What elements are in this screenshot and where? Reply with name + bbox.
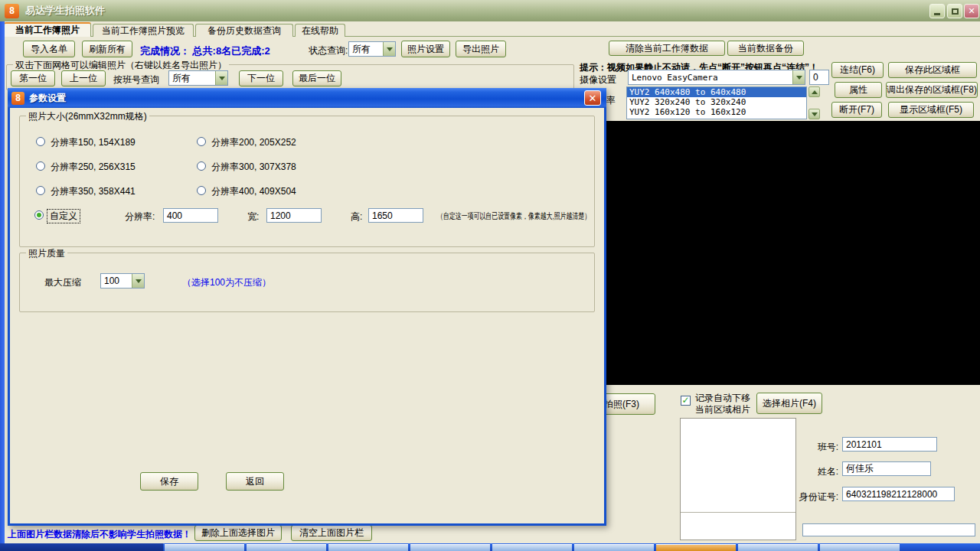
taskbar-button[interactable] bbox=[410, 544, 490, 551]
recall-region-button[interactable]: 调出保存的区域框(F8) bbox=[886, 82, 978, 98]
clear-workbook-data-button[interactable]: 清除当前工作簿数据 bbox=[609, 41, 725, 56]
dialog-title: 参数设置 bbox=[29, 92, 66, 105]
tab-online-help[interactable]: 在线帮助 bbox=[295, 24, 345, 37]
max-compress-label: 最大压缩 bbox=[44, 276, 81, 289]
taskbar-button[interactable] bbox=[247, 544, 326, 551]
disconnect-button[interactable]: 断开(F7) bbox=[831, 102, 882, 118]
tab-current-workbook-photos[interactable]: 当前工作簿照片 bbox=[4, 22, 91, 37]
auto-move-checkbox[interactable]: ✓ bbox=[681, 396, 691, 406]
compress-note: （选择100为不压缩） bbox=[182, 276, 271, 289]
class-query-label: 按班号查询 bbox=[113, 73, 159, 86]
taskbar-button[interactable] bbox=[165, 544, 244, 551]
taskbar-button[interactable] bbox=[328, 544, 408, 551]
camera-video-area bbox=[605, 121, 980, 385]
minimize-icon bbox=[934, 13, 940, 15]
student-name-label: 姓名: bbox=[796, 465, 838, 478]
class-query-dropdown[interactable]: 所有 bbox=[168, 70, 228, 86]
radio-res250-label: 分辨率250, 256X315 bbox=[51, 161, 136, 174]
last-record-button[interactable]: 最后一位 bbox=[292, 70, 341, 86]
status-query-value: 所有 bbox=[349, 43, 383, 56]
camera-device-value: Lenovo EasyCamera bbox=[629, 73, 792, 83]
scroll-down-button[interactable] bbox=[808, 109, 820, 119]
format-list-item[interactable]: YUY2 160x120 to 160x120 bbox=[627, 107, 806, 117]
chevron-down-icon[interactable] bbox=[132, 274, 144, 288]
chevron-down-icon[interactable] bbox=[383, 42, 395, 56]
dialog-titlebar: 8 参数设置 bbox=[8, 88, 606, 108]
camera-format-listbox: YUY2 640x480 to 640x480 YUY2 320x240 to … bbox=[626, 86, 807, 119]
class-number-field[interactable]: 2012101 bbox=[842, 437, 937, 452]
show-region-button[interactable]: 显示区域框(F5) bbox=[888, 102, 974, 118]
select-photo-button[interactable]: 选择相片(F4) bbox=[756, 393, 822, 414]
chevron-down-icon[interactable] bbox=[792, 70, 805, 84]
tab-backup-history-query[interactable]: 备份历史数据查询 bbox=[195, 24, 293, 37]
student-name-field[interactable]: 何佳乐 bbox=[842, 461, 931, 476]
next-record-button[interactable]: 下一位 bbox=[239, 70, 283, 86]
radio-res150[interactable] bbox=[36, 137, 45, 146]
photo-list-panel[interactable] bbox=[680, 418, 796, 540]
taskbar bbox=[0, 543, 980, 551]
radio-res300[interactable] bbox=[197, 161, 206, 171]
radio-res350[interactable] bbox=[36, 186, 45, 195]
custom-width-label: 宽: bbox=[247, 210, 259, 223]
tab-workbook-photo-preview[interactable]: 当前工作簿照片预览 bbox=[93, 24, 194, 37]
start-button-area[interactable] bbox=[0, 543, 163, 551]
radio-custom[interactable] bbox=[34, 210, 44, 220]
extra-field[interactable] bbox=[802, 523, 975, 536]
camera-device-dropdown[interactable]: Lenovo EasyCamera bbox=[628, 70, 805, 85]
taskbar-button[interactable] bbox=[574, 544, 654, 551]
photo-settings-button[interactable]: 照片设置 bbox=[401, 41, 450, 57]
arrow-down-icon bbox=[812, 112, 818, 116]
backup-current-data-button[interactable]: 当前数据备份 bbox=[727, 41, 804, 56]
class-query-value: 所有 bbox=[169, 72, 215, 85]
maximize-button[interactable] bbox=[947, 4, 962, 18]
close-button[interactable]: ✕ bbox=[964, 4, 979, 18]
camera-counter-field[interactable]: 0 bbox=[809, 70, 829, 85]
left-edge-strip bbox=[0, 21, 5, 543]
taskbar-button-active[interactable] bbox=[656, 544, 736, 551]
custom-width-field[interactable]: 1200 bbox=[266, 208, 322, 223]
class-number-label: 班号: bbox=[796, 441, 838, 454]
refresh-all-button[interactable]: 刷新所有 bbox=[82, 41, 132, 57]
arrow-up-icon bbox=[812, 90, 818, 94]
radio-res200[interactable] bbox=[197, 137, 206, 146]
import-list-button[interactable]: 导入名单 bbox=[23, 41, 75, 57]
clear-image-bar-button[interactable]: 清空上面图片栏 bbox=[291, 525, 372, 541]
taskbar-button[interactable] bbox=[820, 544, 900, 551]
max-compress-dropdown[interactable]: 100 bbox=[100, 273, 145, 289]
custom-label[interactable]: 自定义 bbox=[47, 209, 80, 223]
save-region-button[interactable]: 保存此区域框 bbox=[888, 62, 977, 78]
completion-status-text: 完成情况： 总共:8名已完成:2 bbox=[140, 44, 270, 58]
main-window-title: 易达学生拍照软件 bbox=[25, 4, 105, 18]
custom-res-label: 分辨率: bbox=[125, 210, 155, 223]
first-record-button[interactable]: 第一位 bbox=[11, 70, 55, 86]
dialog-close-button[interactable]: ✕ bbox=[584, 90, 601, 106]
properties-button[interactable]: 属性 bbox=[835, 82, 882, 98]
taskbar-button[interactable] bbox=[738, 544, 818, 551]
current-region-label: 当前区域相片 bbox=[695, 403, 750, 416]
custom-height-field[interactable]: 1650 bbox=[368, 208, 423, 223]
custom-res-field[interactable]: 400 bbox=[163, 208, 218, 223]
radio-res350-label: 分辨率350, 358X441 bbox=[51, 185, 136, 198]
radio-res200-label: 分辨率200, 205X252 bbox=[211, 136, 296, 149]
export-photos-button[interactable]: 导出照片 bbox=[456, 41, 506, 57]
photo-size-group-label: 照片大小(26mmX32mm规格) bbox=[26, 110, 149, 123]
prev-record-button[interactable]: 上一位 bbox=[61, 70, 106, 86]
scroll-up-button[interactable] bbox=[808, 86, 820, 97]
back-button[interactable]: 返回 bbox=[226, 472, 284, 491]
minimize-button[interactable] bbox=[929, 4, 945, 18]
format-list-item[interactable]: YUY2 640x480 to 640x480 bbox=[627, 87, 806, 97]
save-button[interactable]: 保存 bbox=[140, 472, 198, 491]
maximize-icon bbox=[952, 8, 959, 15]
chevron-down-icon[interactable] bbox=[215, 71, 227, 85]
id-number-field[interactable]: 640321198212128000 bbox=[842, 487, 955, 501]
radio-res250[interactable] bbox=[36, 161, 45, 171]
format-list-item[interactable]: YUY2 320x240 to 320x240 bbox=[627, 97, 806, 107]
radio-res400[interactable] bbox=[197, 186, 206, 195]
taskbar-button[interactable] bbox=[492, 544, 572, 551]
connect-button[interactable]: 连结(F6) bbox=[831, 62, 884, 78]
close-icon: ✕ bbox=[968, 6, 975, 16]
parameter-settings-dialog: 8 参数设置 ✕ 照片大小(26mmX32mm规格) 分辨率150, 154X1… bbox=[8, 88, 606, 526]
resolution-partial-label: 率 bbox=[606, 94, 616, 107]
delete-selected-image-button[interactable]: 删除上面选择图片 bbox=[194, 525, 282, 541]
status-query-dropdown[interactable]: 所有 bbox=[348, 41, 396, 57]
